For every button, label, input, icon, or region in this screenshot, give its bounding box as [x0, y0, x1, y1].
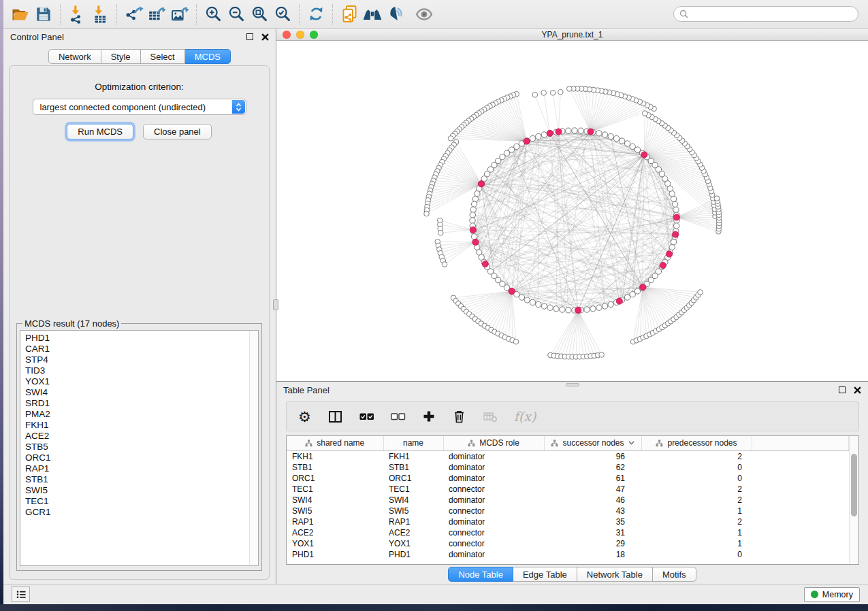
- export-network-icon[interactable]: [122, 3, 145, 25]
- tab-style[interactable]: Style: [101, 49, 141, 64]
- mcds-result-item[interactable]: STB5: [25, 442, 258, 452]
- mcds-result-item[interactable]: SWI5: [25, 485, 258, 496]
- search-field[interactable]: [673, 6, 858, 22]
- export-image-icon[interactable]: [168, 3, 191, 25]
- sort-descending-icon: [628, 441, 634, 445]
- memory-label: Memory: [822, 590, 853, 599]
- toggle-graphics-details-icon[interactable]: [384, 3, 407, 25]
- mcds-result-list[interactable]: PHD1CAR1STP4TID3YOX1SWI4SRD1PMA2FKH1ACE2…: [20, 330, 259, 566]
- table-row[interactable]: STB1STB1dominator620: [287, 462, 849, 473]
- export-table-icon[interactable]: [145, 3, 168, 25]
- table-row[interactable]: RAP1RAP1dominator352: [287, 516, 849, 527]
- column-header-successor-nodes[interactable]: successor nodes: [544, 436, 641, 450]
- toolbar-separator: [332, 4, 333, 24]
- optimization-criterion-label: Optimization criterion:: [10, 82, 269, 92]
- tab-edge-table[interactable]: Edge Table: [513, 567, 577, 582]
- tab-network[interactable]: Network: [48, 49, 101, 64]
- vertical-splitter-handle[interactable]: [273, 299, 278, 310]
- table-row[interactable]: SWI5SWI5connector431: [287, 506, 849, 516]
- mcds-result-item[interactable]: YOX1: [25, 376, 258, 387]
- table-row[interactable]: FKH1FKH1dominator962: [287, 450, 849, 462]
- run-mcds-button[interactable]: Run MCDS: [67, 124, 133, 139]
- memory-status-icon: [811, 591, 818, 598]
- close-panel-button[interactable]: Close panel: [143, 124, 212, 139]
- search-input[interactable]: [692, 10, 852, 19]
- search-binoculars-icon[interactable]: [361, 3, 384, 25]
- mcds-result-item[interactable]: FKH1: [25, 420, 258, 431]
- mcds-result-item[interactable]: TEC1: [25, 496, 258, 507]
- close-panel-icon[interactable]: [261, 33, 269, 41]
- table-settings-gear-icon[interactable]: ⚙: [298, 410, 311, 424]
- column-header-name[interactable]: name: [383, 436, 443, 450]
- tab-select[interactable]: Select: [141, 49, 185, 64]
- mcds-result-item[interactable]: STP4: [25, 354, 258, 365]
- table-scrollbar[interactable]: [849, 436, 858, 564]
- mcds-result-item[interactable]: ACE2: [25, 431, 258, 442]
- close-window-icon[interactable]: [283, 31, 291, 39]
- minimize-window-icon[interactable]: [296, 31, 304, 39]
- criterion-dropdown[interactable]: largest connected component (undirected): [33, 99, 246, 115]
- toggle-column-view-icon[interactable]: [327, 409, 343, 425]
- column-type-icon: [468, 440, 475, 447]
- mcds-list-scrollbar[interactable]: [249, 331, 258, 565]
- show-hide-eye-icon[interactable]: [413, 3, 436, 25]
- table-row[interactable]: ORC1ORC1dominator610: [287, 473, 849, 484]
- column-header-MCDS-role[interactable]: MCDS role: [443, 436, 544, 450]
- zoom-fit-icon[interactable]: [248, 3, 271, 25]
- mcds-result-item[interactable]: GCR1: [25, 507, 258, 518]
- zoom-out-icon[interactable]: [225, 3, 248, 25]
- table-row[interactable]: PHD1PHD1dominator180: [287, 549, 849, 560]
- close-table-panel-icon[interactable]: [854, 386, 861, 394]
- column-header-shared-name[interactable]: shared name: [287, 436, 383, 450]
- table-toolbar: ⚙: [286, 401, 859, 431]
- tab-mcds[interactable]: MCDS: [185, 49, 231, 64]
- select-all-check-icon[interactable]: [359, 411, 374, 422]
- node-table[interactable]: shared namenameMCDS rolesuccessor nodesp…: [287, 436, 849, 560]
- memory-button[interactable]: Memory: [804, 587, 860, 602]
- deselect-all-icon[interactable]: [391, 411, 406, 422]
- zoom-selected-icon[interactable]: [271, 3, 294, 25]
- share-document-icon[interactable]: [338, 3, 361, 25]
- delete-column-trash-icon[interactable]: [452, 409, 466, 424]
- table-scrollbar-thumb[interactable]: [851, 454, 857, 516]
- mcds-result-item[interactable]: PHD1: [25, 333, 258, 344]
- toolbar-separator: [60, 4, 61, 24]
- network-window-title: YPA_prune.txt_1: [542, 30, 603, 39]
- task-history-list-icon[interactable]: [12, 587, 30, 602]
- column-type-icon: [305, 440, 312, 447]
- mcds-result-item[interactable]: STB1: [25, 474, 258, 485]
- zoom-in-icon[interactable]: [202, 3, 225, 25]
- column-header-predecessor-nodes[interactable]: predecessor nodes: [641, 436, 752, 450]
- control-panel-title: Control Panel: [10, 32, 64, 42]
- mcds-result-item[interactable]: PMA2: [25, 409, 258, 420]
- mcds-result-item[interactable]: TID3: [25, 365, 258, 376]
- save-session-icon[interactable]: [32, 3, 55, 25]
- tab-motifs[interactable]: Motifs: [653, 567, 696, 582]
- search-icon: [679, 10, 688, 18]
- import-network-icon[interactable]: [65, 3, 89, 25]
- network-canvas[interactable]: [276, 41, 868, 381]
- desktop-wallpaper-bottom: [0, 604, 868, 611]
- table-panel: Table Panel ⚙: [276, 382, 868, 584]
- mcds-result-item[interactable]: CAR1: [25, 344, 258, 354]
- refresh-icon[interactable]: [304, 3, 327, 25]
- create-column-plus-icon[interactable]: [422, 410, 436, 423]
- import-table-icon[interactable]: [89, 3, 112, 25]
- mcds-result-item[interactable]: SRD1: [25, 398, 258, 409]
- open-session-icon[interactable]: [9, 3, 32, 25]
- tab-node-table[interactable]: Node Table: [448, 567, 513, 582]
- control-panel-tabs: NetworkStyleSelectMCDS: [3, 49, 276, 64]
- tab-network-table[interactable]: Network Table: [577, 567, 653, 582]
- zoom-window-icon[interactable]: [310, 31, 318, 39]
- mcds-result-item[interactable]: ORC1: [25, 452, 258, 463]
- table-row[interactable]: TEC1TEC1connector472: [287, 484, 849, 495]
- horizontal-splitter-handle[interactable]: [566, 383, 579, 386]
- table-row[interactable]: ACE2ACE2connector311: [287, 527, 849, 538]
- mcds-result-item[interactable]: RAP1: [25, 463, 258, 474]
- float-panel-icon[interactable]: [246, 33, 253, 40]
- float-table-panel-icon[interactable]: [839, 386, 846, 393]
- network-view-window: YPA_prune.txt_1: [276, 29, 868, 382]
- table-row[interactable]: SWI4SWI4dominator462: [287, 495, 849, 506]
- mcds-result-item[interactable]: SWI4: [25, 387, 258, 398]
- table-row[interactable]: YOX1YOX1connector291: [287, 538, 849, 549]
